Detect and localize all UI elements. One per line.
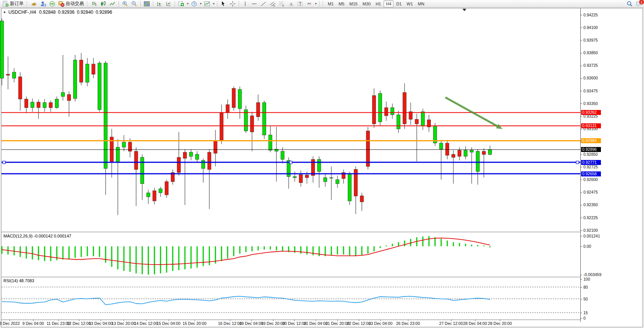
candle-body xyxy=(299,175,303,183)
time-label[interactable]: 21 Dec 04:00 xyxy=(304,321,328,326)
templates-dropdown-caret[interactable]: ▼ xyxy=(212,2,215,5)
timeframe-M1[interactable]: M1 xyxy=(326,0,336,7)
svg-text:A: A xyxy=(289,1,293,6)
time-tick xyxy=(194,320,195,321)
chat-notification-icon[interactable]: 1 xyxy=(636,1,642,7)
trend-arrow-line[interactable] xyxy=(445,97,497,126)
timeframe-MN[interactable]: MN xyxy=(416,0,427,7)
svg-text:E: E xyxy=(273,5,275,7)
time-label[interactable]: 16 Dec 12:00 xyxy=(218,321,242,326)
rsi-line xyxy=(2,296,490,305)
timeframe-M15[interactable]: M15 xyxy=(347,0,360,7)
time-tick xyxy=(101,320,101,321)
vertical-line-tool[interactable] xyxy=(241,1,249,7)
new-order-button[interactable]: 新订单 xyxy=(2,0,25,7)
time-label[interactable]: 19 Dec 20:00 xyxy=(261,321,285,326)
indicators-button[interactable] xyxy=(177,1,185,7)
timeframe-H4[interactable]: H4 xyxy=(384,0,393,7)
main-chart-canvas[interactable] xyxy=(2,8,580,232)
time-label[interactable]: 11 Dec 23:00 xyxy=(47,321,70,326)
time-label[interactable]: 13 Dec 20:00 xyxy=(112,321,135,326)
signal-broadcast-button[interactable] xyxy=(48,1,56,7)
indicators-dropdown-caret[interactable]: ▼ xyxy=(186,2,189,5)
trend-arrow-head[interactable] xyxy=(496,124,503,129)
bar-chart-button[interactable] xyxy=(90,1,98,7)
profile-user-button[interactable] xyxy=(39,1,47,7)
timeframe-M30[interactable]: M30 xyxy=(360,0,373,7)
macd-histogram-bar xyxy=(239,246,241,254)
time-label[interactable]: 23 Dec 04:00 xyxy=(369,321,392,326)
meg-horn-button[interactable] xyxy=(30,1,38,7)
line-selection-handle[interactable] xyxy=(3,161,5,164)
time-label[interactable]: 26 Dec 23:00 xyxy=(396,321,420,326)
time-label[interactable]: 20 Dec 12:00 xyxy=(283,321,306,326)
price-tick-label: 0.93350 xyxy=(583,101,598,106)
auto-trading-button[interactable]: 自动交易 xyxy=(57,0,85,7)
symbol-dropdown-icon[interactable]: ▼ xyxy=(3,11,6,14)
time-tick xyxy=(33,320,34,321)
macd-tick-label: 0.00 xyxy=(583,244,591,249)
fibonacci-tool[interactable]: F xyxy=(278,1,286,7)
time-label[interactable]: 22 Dec 12:00 xyxy=(347,321,371,326)
time-label[interactable]: 27 Dec 12:00 xyxy=(439,321,463,326)
time-tick xyxy=(316,320,316,321)
cursor-button[interactable] xyxy=(219,1,228,7)
resistance-line-1-badge: 0.93262 xyxy=(581,110,601,115)
timeframe-D1[interactable]: D1 xyxy=(394,0,404,7)
price-tick-label: 0.93975 xyxy=(583,38,598,42)
macd-histogram-bar xyxy=(111,246,112,267)
candle-body xyxy=(202,160,205,168)
tile-windows-button[interactable] xyxy=(143,1,151,7)
trendline-tool[interactable] xyxy=(259,1,268,7)
time-label[interactable]: 9 Dec 04:00 xyxy=(22,321,44,326)
line-selection-handle[interactable] xyxy=(576,161,579,164)
horizontal-line-tool[interactable] xyxy=(250,1,259,7)
time-label[interactable]: 15 Dec 04:00 xyxy=(157,321,180,326)
line-chart-button[interactable] xyxy=(108,1,117,7)
rsi-panel-canvas[interactable] xyxy=(2,278,580,320)
text-tool[interactable]: A xyxy=(287,1,295,7)
periods-clock-button[interactable] xyxy=(190,1,198,7)
chart-shift-button[interactable] xyxy=(164,1,173,7)
macd-histogram-bar xyxy=(44,246,45,261)
time-label[interactable]: 14 Dec 12:00 xyxy=(134,321,158,326)
candle-body xyxy=(470,150,474,152)
zoom-out-button[interactable] xyxy=(130,1,138,7)
periods-dropdown-caret[interactable]: ▼ xyxy=(199,2,202,5)
time-label[interactable]: 19 Dec 04:00 xyxy=(239,321,263,326)
zoom-in-button[interactable] xyxy=(121,1,129,7)
text-label-tool[interactable]: T xyxy=(296,1,304,7)
equidistant-channel-tool[interactable]: E xyxy=(268,1,277,7)
current-price-line-badge: 0.92896 xyxy=(581,147,601,152)
arrows-dropdown-caret[interactable]: ▼ xyxy=(315,2,317,5)
rsi-tick-label: 15 xyxy=(583,310,588,315)
candle-body xyxy=(61,92,65,97)
time-label[interactable]: 8 Dec 2022 xyxy=(0,321,20,326)
time-label[interactable]: 13 Dec 04:00 xyxy=(89,321,112,326)
candle-body xyxy=(13,72,16,78)
time-label[interactable]: 21 Dec 20:00 xyxy=(326,321,349,326)
time-label[interactable]: 28 Dec 20:00 xyxy=(488,321,512,326)
chart-shift-marker[interactable] xyxy=(463,9,466,11)
candlestick-chart-button[interactable] xyxy=(99,1,108,7)
chart-forward-button[interactable] xyxy=(155,1,164,7)
time-label[interactable]: 15 Dec 20:00 xyxy=(183,321,206,326)
macd-histogram-bar xyxy=(233,246,234,256)
templates-button[interactable] xyxy=(203,1,211,7)
crosshair-button[interactable] xyxy=(228,1,237,7)
timeframe-M5[interactable]: M5 xyxy=(336,0,347,7)
price-tick-label: 0.92725 xyxy=(583,165,598,169)
candle-body xyxy=(0,21,4,78)
time-label[interactable]: 12 Dec 12:00 xyxy=(67,321,91,326)
candle-body xyxy=(135,151,138,170)
macd-panel-canvas[interactable] xyxy=(2,233,580,276)
timeframe-H1[interactable]: H1 xyxy=(373,0,383,7)
candle-body xyxy=(128,142,132,151)
svg-text:T: T xyxy=(299,2,301,6)
arrows-tool[interactable] xyxy=(305,1,313,7)
search-icon[interactable] xyxy=(626,1,633,7)
candle-body xyxy=(6,74,10,75)
line-selection-handle[interactable] xyxy=(289,161,292,164)
timeframe-W1[interactable]: W1 xyxy=(404,0,415,7)
time-label[interactable]: 28 Dec 04:00 xyxy=(463,321,487,326)
